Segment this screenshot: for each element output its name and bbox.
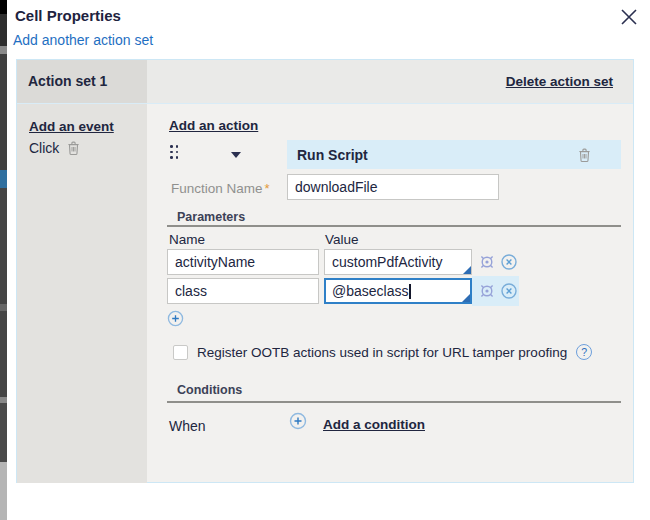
action-title-bar[interactable]: Run Script: [287, 140, 621, 169]
events-column: Add an event Click: [17, 104, 147, 483]
event-trash-icon[interactable]: [66, 140, 81, 156]
action-set-panel: Action set 1 Delete action set Add an ev…: [16, 59, 634, 483]
register-ootb-row: Register OOTB actions used in script for…: [173, 344, 592, 360]
required-asterisk: *: [265, 181, 270, 196]
delete-action-set-link[interactable]: Delete action set: [506, 74, 613, 89]
action-set-header: Action set 1 Delete action set: [17, 60, 633, 104]
cell-properties-dialog: Cell Properties Add another action set A…: [0, 0, 650, 520]
param-name-input[interactable]: activityName: [167, 249, 319, 275]
event-label: Click: [29, 140, 59, 156]
conditions-section-label: Conditions: [177, 383, 242, 397]
add-another-action-set-link[interactable]: Add another action set: [13, 32, 153, 48]
background-app-edge: [0, 0, 7, 520]
target-picker-icon[interactable]: [478, 282, 496, 300]
expand-corner-icon[interactable]: [463, 266, 471, 274]
action-title: Run Script: [297, 147, 368, 163]
remove-circle-icon[interactable]: [500, 253, 518, 271]
action-set-title: Action set 1: [28, 73, 107, 89]
add-an-action-link[interactable]: Add an action: [169, 118, 258, 133]
dialog-title: Cell Properties: [15, 7, 121, 24]
parameters-divider: [167, 225, 621, 227]
close-button[interactable]: [618, 6, 640, 28]
close-icon: [618, 6, 640, 28]
function-name-label: Function Name*: [171, 181, 270, 196]
register-ootb-checkbox[interactable]: [173, 345, 188, 360]
expand-corner-icon[interactable]: [462, 294, 470, 302]
param-value-input-focused[interactable]: @baseclass: [324, 278, 472, 304]
text-cursor: [409, 284, 411, 299]
function-name-input[interactable]: downloadFile: [287, 174, 499, 200]
register-ootb-label: Register OOTB actions used in script for…: [197, 345, 567, 360]
param-name-input[interactable]: class: [167, 278, 319, 304]
event-item[interactable]: Click: [29, 140, 81, 156]
add-condition-button[interactable]: [289, 412, 307, 430]
conditions-divider: [167, 401, 621, 403]
action-content-area: Add an action Run Script Function Name* …: [147, 104, 634, 483]
action-trash-icon[interactable]: [577, 147, 592, 163]
chevron-down-icon[interactable]: [231, 152, 241, 158]
when-label: When: [169, 418, 206, 434]
param-value-input[interactable]: customPdfActivity: [324, 249, 472, 275]
add-an-event-link[interactable]: Add an event: [29, 119, 114, 134]
drag-handle-icon[interactable]: [170, 145, 179, 159]
remove-circle-icon[interactable]: [500, 282, 518, 300]
add-parameter-button[interactable]: [167, 310, 184, 327]
param-value-header: Value: [325, 232, 359, 247]
parameters-section-label: Parameters: [177, 210, 245, 224]
target-picker-icon[interactable]: [478, 253, 496, 271]
add-a-condition-link[interactable]: Add a condition: [323, 417, 425, 432]
question-circle-icon[interactable]: ?: [576, 344, 592, 360]
param-name-header: Name: [169, 232, 205, 247]
